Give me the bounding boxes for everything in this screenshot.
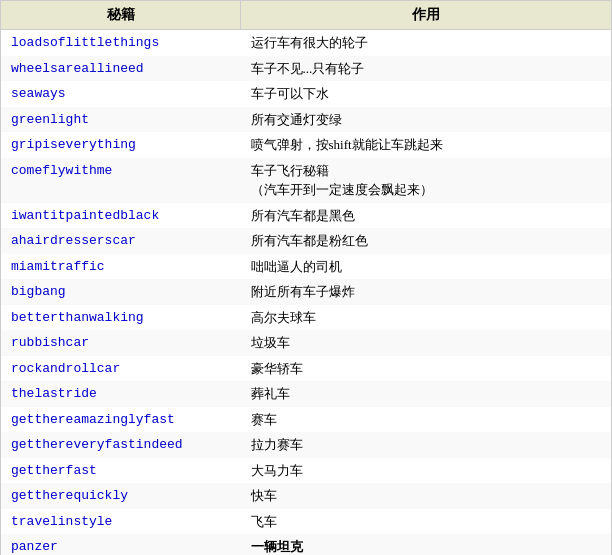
cheat-effect: 快车 [241,483,612,509]
cheat-code: loadsoflittlethings [1,30,241,56]
cheat-effect: 咄咄逼人的司机 [241,254,612,280]
cheat-code: wheelsareallineed [1,56,241,82]
cheat-code: getthereamazinglyfast [1,407,241,433]
cheat-code: bigbang [1,279,241,305]
cheat-codes-table: 秘籍 作用 loadsoflittlethings运行车有很大的轮子wheels… [0,0,612,555]
cheat-effect: 拉力赛车 [241,432,612,458]
cheat-effect: 所有交通灯变绿 [241,107,612,133]
cheat-effect: 葬礼车 [241,381,612,407]
cheat-effect: 高尔夫球车 [241,305,612,331]
table-row: miamitraffic咄咄逼人的司机 [1,254,612,280]
cheat-effect: 飞车 [241,509,612,535]
cheat-code: ahairdresserscar [1,228,241,254]
cheat-code: getthereveryfastindeed [1,432,241,458]
table-row: betterthanwalking高尔夫球车 [1,305,612,331]
cheat-code: comeflywithme [1,158,241,203]
cheat-code: gettherequickly [1,483,241,509]
cheat-code: rubbishcar [1,330,241,356]
table-row: loadsoflittlethings运行车有很大的轮子 [1,30,612,56]
table-row: iwantitpaintedblack所有汽车都是黑色 [1,203,612,229]
cheat-effect: 垃圾车 [241,330,612,356]
cheat-effect: 一辆坦克 [241,534,612,555]
cheat-code: panzer [1,534,241,555]
table-row: getthereveryfastindeed拉力赛车 [1,432,612,458]
table-row: ahairdresserscar所有汽车都是粉红色 [1,228,612,254]
table-row: rubbishcar垃圾车 [1,330,612,356]
cheat-effect: 车子可以下水 [241,81,612,107]
table-row: bigbang附近所有车子爆炸 [1,279,612,305]
cheat-effect: 喷气弹射，按shift就能让车跳起来 [241,132,612,158]
cheat-effect: 赛车 [241,407,612,433]
table-row: greenlight所有交通灯变绿 [1,107,612,133]
cheat-code: rockandrollcar [1,356,241,382]
cheat-effect: 车子飞行秘籍 （汽车开到一定速度会飘起来） [241,158,612,203]
cheat-code: thelastride [1,381,241,407]
table-row: rockandrollcar豪华轿车 [1,356,612,382]
table-row: thelastride葬礼车 [1,381,612,407]
cheat-effect: 车子不见...只有轮子 [241,56,612,82]
cheat-effect: 豪华轿车 [241,356,612,382]
cheat-code: gripiseverything [1,132,241,158]
table-row: gettherfast大马力车 [1,458,612,484]
cheat-effect: 附近所有车子爆炸 [241,279,612,305]
cheat-code: seaways [1,81,241,107]
col1-header: 秘籍 [1,1,241,30]
cheat-effect: 运行车有很大的轮子 [241,30,612,56]
cheat-code: gettherfast [1,458,241,484]
table-row: seaways车子可以下水 [1,81,612,107]
table-row: gripiseverything喷气弹射，按shift就能让车跳起来 [1,132,612,158]
cheat-effect: 所有汽车都是粉红色 [241,228,612,254]
cheat-code: betterthanwalking [1,305,241,331]
table-row: panzer一辆坦克 [1,534,612,555]
cheat-effect: 所有汽车都是黑色 [241,203,612,229]
table-row: gettherequickly快车 [1,483,612,509]
table-row: travelinstyle飞车 [1,509,612,535]
cheat-code: iwantitpaintedblack [1,203,241,229]
cheat-code: miamitraffic [1,254,241,280]
col2-header: 作用 [241,1,612,30]
table-row: getthereamazinglyfast赛车 [1,407,612,433]
table-row: comeflywithme车子飞行秘籍 （汽车开到一定速度会飘起来） [1,158,612,203]
cheat-effect: 大马力车 [241,458,612,484]
table-row: wheelsareallineed车子不见...只有轮子 [1,56,612,82]
cheat-code: travelinstyle [1,509,241,535]
cheat-code: greenlight [1,107,241,133]
